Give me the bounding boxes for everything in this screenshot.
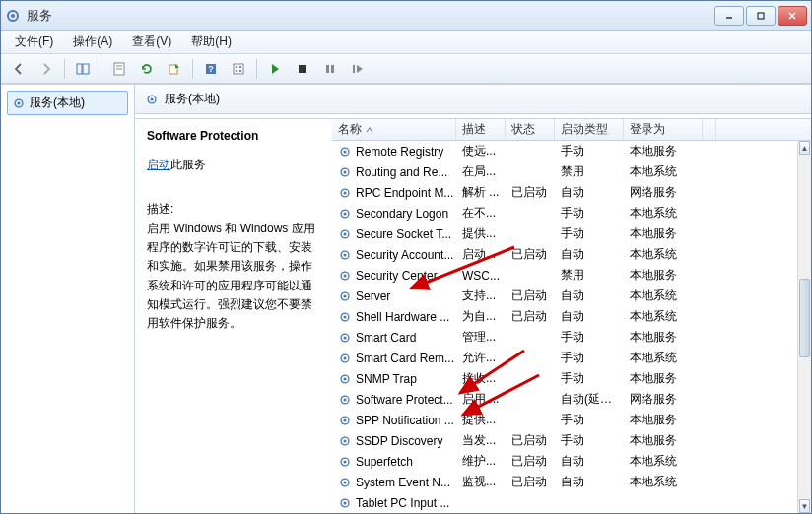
cell-logon: 网络服务 [624, 391, 703, 408]
service-row[interactable]: Shell Hardware ...为自...已启动自动本地系统 [332, 306, 811, 327]
service-row-icon [338, 434, 352, 448]
tree-pane: 服务(本地) [1, 85, 135, 513]
cell-logon: 本地服务 [624, 412, 703, 428]
menu-view[interactable]: 查看(V) [124, 31, 179, 53]
minimize-button[interactable] [714, 6, 744, 26]
cell-name: Routing and Re... [332, 165, 456, 179]
cell-name: RPC Endpoint M... [332, 186, 456, 200]
cell-name: Smart Card Rem... [332, 352, 456, 365]
menubar: 文件(F) 操作(A) 查看(V) 帮助(H) [1, 31, 811, 54]
cell-desc: 为自... [456, 308, 506, 325]
start-service-link[interactable]: 启动 [147, 158, 170, 171]
service-row-icon [338, 310, 352, 324]
cell-name: Server [332, 289, 456, 303]
back-button[interactable] [7, 57, 31, 81]
service-row[interactable]: SPP Notification ...提供...手动本地服务 [332, 410, 811, 430]
service-row[interactable]: Remote Registry使远...手动本地服务 [332, 141, 811, 161]
cell-desc: 使远... [456, 143, 506, 160]
service-row[interactable]: Security CenterWSC...禁用本地服务 [332, 265, 811, 286]
scroll-up-button[interactable]: ▲ [799, 141, 810, 155]
service-row[interactable]: Server支持...已启动自动本地系统 [332, 286, 811, 306]
cell-startup: 手动 [555, 143, 624, 160]
service-list: 名称 描述 状态 启动类型 登录为 Remote Registry使远...手动… [332, 119, 811, 513]
menu-action[interactable]: 操作(A) [65, 31, 120, 53]
services-app-icon [5, 8, 21, 24]
cell-startup: 自动 [555, 474, 624, 490]
show-hide-tree-button[interactable] [71, 57, 95, 81]
service-row[interactable]: Software Protect...启用 ...自动(延迟...网络服务 [332, 389, 811, 410]
forward-button[interactable] [34, 57, 58, 81]
service-row[interactable]: SSDP Discovery当发...已启动手动本地服务 [332, 430, 811, 451]
menu-file[interactable]: 文件(F) [7, 31, 61, 53]
cell-desc: 提供... [456, 412, 506, 428]
cell-desc: 当发... [456, 432, 506, 449]
svg-point-34 [343, 212, 346, 215]
service-row[interactable]: Tablet PC Input ... [332, 492, 811, 513]
cell-name: Smart Card [332, 331, 456, 345]
tree-root-label: 服务(本地) [30, 95, 85, 111]
service-row[interactable]: Security Account...启动...已启动自动本地系统 [332, 244, 811, 265]
col-logon[interactable]: 登录为 [624, 119, 703, 140]
service-row[interactable]: Smart Card管理...手动本地服务 [332, 327, 811, 348]
service-row[interactable]: SNMP Trap接收...手动本地服务 [332, 368, 811, 389]
service-row-icon [338, 186, 352, 200]
svg-rect-14 [234, 64, 243, 74]
vertical-scrollbar[interactable]: ▲ ▼ [797, 141, 811, 513]
start-service-button[interactable] [263, 57, 287, 81]
service-row-icon [338, 496, 352, 510]
service-row[interactable]: Routing and Re...在局...禁用本地系统 [332, 161, 811, 182]
col-name[interactable]: 名称 [332, 119, 456, 140]
col-startup[interactable]: 启动类型 [555, 119, 624, 140]
col-status[interactable]: 状态 [506, 119, 555, 140]
svg-point-54 [343, 418, 346, 421]
maximize-button[interactable] [746, 6, 776, 26]
col-desc[interactable]: 描述 [456, 119, 506, 140]
stop-service-button[interactable] [291, 57, 314, 81]
service-row[interactable]: Secondary Logon在不...手动本地系统 [332, 203, 811, 224]
service-row-icon [338, 227, 352, 241]
menu-help[interactable]: 帮助(H) [183, 31, 239, 53]
cell-desc: 启动... [456, 246, 506, 263]
tree-root-item[interactable]: 服务(本地) [7, 91, 128, 115]
list-rows: Remote Registry使远...手动本地服务Routing and Re… [332, 141, 811, 513]
svg-point-52 [343, 398, 346, 401]
service-row[interactable]: Secure Socket T...提供...手动本地服务 [332, 224, 811, 244]
content-heading-label: 服务(本地) [165, 91, 220, 107]
service-row[interactable]: System Event N...监视...已启动自动本地系统 [332, 472, 811, 492]
options-button[interactable] [227, 57, 250, 81]
service-row[interactable]: Smart Card Rem...允许...手动本地系统 [332, 348, 811, 368]
properties-button[interactable] [107, 57, 131, 81]
cell-desc: 监视... [456, 474, 506, 490]
restart-service-button[interactable] [346, 57, 370, 81]
cell-logon: 本地服务 [624, 370, 703, 387]
cell-status: 已启动 [506, 246, 555, 263]
service-row-icon [338, 393, 352, 407]
content-heading: 服务(本地) [135, 85, 811, 114]
cell-name: Tablet PC Input ... [332, 496, 456, 510]
cell-startup: 手动 [555, 350, 624, 366]
svg-rect-22 [353, 65, 355, 73]
service-row[interactable]: RPC Endpoint M...解析 ...已启动自动网络服务 [332, 182, 811, 203]
services-node-icon [12, 96, 26, 110]
cell-startup: 自动 [555, 308, 624, 325]
cell-status: 已启动 [506, 453, 555, 470]
export-button[interactable] [163, 57, 186, 81]
scroll-down-button[interactable]: ▼ [799, 499, 810, 513]
start-service-line: 启动此服务 [147, 157, 320, 173]
scroll-thumb[interactable] [799, 279, 810, 357]
toolbar-separator [101, 59, 102, 79]
refresh-button[interactable] [135, 57, 159, 81]
close-button[interactable] [778, 6, 807, 26]
cell-startup: 手动 [555, 432, 624, 449]
pause-service-button[interactable] [318, 57, 342, 81]
service-row-icon [338, 476, 352, 489]
svg-rect-3 [758, 13, 764, 19]
service-row[interactable]: Superfetch维护...已启动自动本地系统 [332, 451, 811, 472]
cell-desc: 维护... [456, 453, 506, 470]
description-text: 启用 Windows 和 Windows 应用程序的数字许可证的下载、安装和实施… [147, 220, 320, 333]
cell-desc: 允许... [456, 350, 506, 366]
help-button[interactable]: ? [199, 57, 223, 81]
svg-rect-18 [239, 70, 241, 72]
svg-point-60 [343, 481, 346, 483]
cell-startup: 自动 [555, 184, 624, 201]
